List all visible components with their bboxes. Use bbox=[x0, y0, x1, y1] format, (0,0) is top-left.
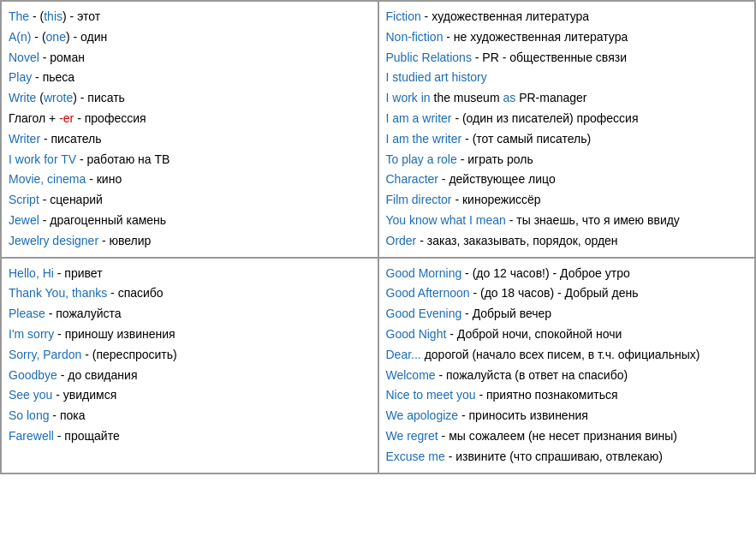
vocabulary-line: Good Morning - (до 12 часов!) - Доброе у… bbox=[386, 264, 748, 284]
vocabulary-segment: Глагол + bbox=[9, 111, 59, 125]
vocabulary-line: Film director - кинорежиссёр bbox=[386, 190, 748, 211]
vocabulary-segment: - мы сожалеем (не несет признания вины) bbox=[438, 429, 677, 443]
vocabulary-line: Novel - роман bbox=[9, 48, 371, 68]
vocabulary-segment: - (до 12 часов!) - Доброе утро bbox=[461, 266, 630, 280]
vocabulary-segment: - Добрый вечер bbox=[461, 307, 551, 320]
vocabulary-segment: A(n) bbox=[9, 30, 31, 44]
vocabulary-segment: Jewel bbox=[9, 213, 39, 227]
vocabulary-segment: We apologize bbox=[386, 408, 459, 422]
vocabulary-segment: - спасибо bbox=[107, 286, 163, 300]
vocabulary-segment: - кино bbox=[86, 172, 122, 186]
vocabulary-segment: -er bbox=[59, 111, 74, 125]
vocabulary-segment: - писатель bbox=[40, 132, 101, 146]
vocabulary-segment: - увидимся bbox=[52, 388, 116, 402]
vocabulary-segment: - пьеса bbox=[32, 70, 74, 84]
vocabulary-line: Sorry, Pardon - (переспросить) bbox=[9, 345, 371, 366]
vocabulary-segment: - действующее лицо bbox=[438, 172, 556, 186]
vocabulary-line: Nice to meet you - приятно познакомиться bbox=[386, 385, 748, 406]
vocabulary-segment: Movie, cinema bbox=[9, 172, 86, 186]
vocabulary-line: Глагол + -er - профессия bbox=[9, 109, 371, 129]
vocabulary-segment: We regret bbox=[386, 429, 438, 443]
vocabulary-segment: Good Night bbox=[386, 327, 447, 341]
vocabulary-segment: one bbox=[46, 30, 66, 44]
vocabulary-segment: Sorry, Pardon bbox=[9, 348, 81, 361]
vocabulary-line: We apologize - приносить извинения bbox=[386, 406, 748, 426]
vocabulary-segment: I work for TV bbox=[9, 152, 76, 166]
vocabulary-segment: ( bbox=[36, 91, 44, 104]
vocabulary-segment: the museum bbox=[431, 91, 503, 104]
vocabulary-segment: - (один из писателей) профессия bbox=[452, 111, 639, 125]
vocabulary-line: I am a writer - (один из писателей) проф… bbox=[386, 109, 748, 129]
vocabulary-segment: Film director bbox=[386, 193, 452, 206]
vocabulary-segment: Order bbox=[386, 234, 417, 247]
vocabulary-segment: Good Evening bbox=[386, 307, 462, 320]
vocabulary-line: Excuse me - извините (что спрашиваю, отв… bbox=[386, 447, 748, 468]
vocabulary-segment: PR-manager bbox=[515, 91, 586, 104]
vocabulary-segment: - пожалуйста (в ответ на спасибо) bbox=[436, 368, 628, 382]
vocabulary-line: I work for TV - работаю на ТВ bbox=[9, 150, 371, 170]
vocabulary-segment: Character bbox=[386, 172, 438, 186]
vocabulary-line: Jewelry designer - ювелир bbox=[9, 231, 371, 252]
vocabulary-segment: Farewell bbox=[9, 429, 54, 443]
vocabulary-segment: - приносить извинения bbox=[458, 408, 588, 422]
vocabulary-segment: Goodbye bbox=[9, 368, 57, 382]
vocabulary-segment: - профессия bbox=[74, 111, 146, 125]
vocabulary-segment: Dear... bbox=[386, 348, 421, 361]
vocabulary-segment: - драгоценный камень bbox=[39, 213, 166, 227]
vocabulary-segment: Jewelry designer bbox=[9, 234, 98, 247]
vocabulary-segment: as bbox=[503, 91, 515, 104]
vocabulary-segment: - пожалуйста bbox=[45, 307, 122, 320]
vocabulary-segment: So long bbox=[9, 408, 49, 422]
vocabulary-segment: - приятно познакомиться bbox=[476, 388, 618, 402]
vocabulary-line: Fiction - художественная литература bbox=[386, 7, 748, 27]
vocabulary-segment: Good Afternoon bbox=[386, 286, 470, 300]
vocabulary-segment: I am a writer bbox=[386, 111, 452, 125]
vocabulary-segment: I work in bbox=[386, 91, 431, 104]
vocabulary-segment: - работаю на ТВ bbox=[76, 152, 170, 166]
vocabulary-segment: - пока bbox=[49, 408, 85, 422]
vocabulary-line: Character - действующее лицо bbox=[386, 170, 748, 190]
vocabulary-segment: See you bbox=[9, 388, 52, 402]
vocabulary-segment: this bbox=[44, 9, 63, 23]
cell-bottom-right: Good Morning - (до 12 часов!) - Доброе у… bbox=[378, 258, 756, 474]
vocabulary-segment: wrote bbox=[44, 91, 73, 104]
vocabulary-segment: Excuse me bbox=[386, 450, 445, 463]
vocabulary-segment: - приношу извинения bbox=[54, 327, 175, 341]
vocabulary-line: I work in the museum as PR-manager bbox=[386, 88, 748, 109]
vocabulary-line: We regret - мы сожалеем (не несет призна… bbox=[386, 426, 748, 447]
vocabulary-line: Script - сценарий bbox=[9, 190, 371, 211]
vocabulary-segment: Good Morning bbox=[386, 266, 462, 280]
vocabulary-segment: - прощайте bbox=[54, 429, 120, 443]
vocabulary-segment: - ( bbox=[31, 30, 45, 44]
vocabulary-segment: - (тот самый писатель) bbox=[461, 132, 591, 146]
vocabulary-line: Thank You, thanks - спасибо bbox=[9, 283, 371, 304]
vocabulary-segment: - извините (что спрашиваю, отвлекаю) bbox=[445, 450, 663, 463]
vocabulary-segment: Fiction bbox=[386, 9, 421, 23]
vocabulary-segment: - не художественная литература bbox=[443, 30, 628, 44]
vocabulary-line: I'm sorry - приношу извинения bbox=[9, 325, 371, 345]
vocabulary-segment: I studied art history bbox=[386, 70, 487, 84]
vocabulary-segment: Play bbox=[9, 70, 32, 84]
vocabulary-segment: To play a role bbox=[386, 152, 457, 166]
vocabulary-segment: Public Relations bbox=[386, 51, 472, 64]
vocabulary-segment: - привет bbox=[54, 266, 103, 280]
vocabulary-segment: - кинорежиссёр bbox=[452, 193, 541, 206]
cell-top-right: Fiction - художественная литератураNon-f… bbox=[378, 1, 756, 258]
vocabulary-line: I studied art history bbox=[386, 68, 748, 88]
vocabulary-line: I am the writer - (тот самый писатель) bbox=[386, 129, 748, 150]
vocabulary-segment: - PR - общественные связи bbox=[472, 51, 627, 64]
cell-bottom-left: Hello, Hi - приветThank You, thanks - сп… bbox=[1, 258, 378, 474]
vocabulary-segment: - (до 18 часов) - Добрый день bbox=[470, 286, 639, 300]
vocabulary-segment: The bbox=[9, 9, 29, 23]
vocabulary-line: Jewel - драгоценный камень bbox=[9, 211, 371, 231]
vocabulary-segment: You know what I mean bbox=[386, 213, 506, 227]
vocabulary-line: Play - пьеса bbox=[9, 68, 371, 88]
vocabulary-segment: Novel bbox=[9, 51, 39, 64]
vocabulary-segment: ) - этот bbox=[63, 9, 100, 23]
vocabulary-line: Non-fiction - не художественная литерату… bbox=[386, 27, 748, 48]
vocabulary-grid: The - (this) - этотA(n) - (one) - одинNo… bbox=[0, 0, 756, 474]
vocabulary-segment: - сценарий bbox=[39, 193, 103, 206]
vocabulary-segment: Writer bbox=[9, 132, 40, 146]
vocabulary-segment: - до свидания bbox=[57, 368, 138, 382]
vocabulary-line: Movie, cinema - кино bbox=[9, 170, 371, 190]
